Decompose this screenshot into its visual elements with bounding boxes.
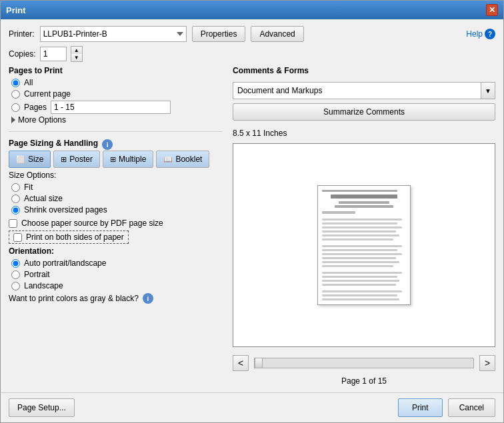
bottom-right-buttons: Print Cancel (398, 398, 495, 417)
radio-fit-label: Fit (24, 183, 33, 192)
radio-shrink[interactable]: Shrink oversized pages (11, 205, 222, 214)
prev-page-button[interactable]: < (233, 355, 249, 371)
preview-body18 (322, 294, 397, 296)
page-setup-button[interactable]: Page Setup... (9, 398, 75, 417)
preview-body13 (322, 272, 402, 274)
copies-spinner: ▲ ▼ (71, 46, 83, 62)
choose-paper-checkbox[interactable] (9, 219, 17, 228)
sizing-header: Page Sizing & Handling i (9, 139, 222, 151)
radio-pages-label: Pages (24, 103, 47, 112)
print-dialog: Print ✕ Printer: LLPUB1-Printer-B Proper… (0, 0, 504, 423)
spin-down[interactable]: ▼ (71, 54, 82, 61)
radio-shrink-label: Shrink oversized pages (24, 205, 107, 214)
printer-select[interactable]: LLPUB1-Printer-B (40, 26, 187, 42)
both-sides-label: Print on both sides of paper (26, 232, 124, 242)
radio-portrait-label: Portrait (24, 270, 50, 279)
radio-auto-label: Auto portrait/landscape (24, 258, 106, 268)
sizing-tabs: ⬜ Size ⊞ Poster ⊞ Multiple 📖 (9, 151, 222, 168)
radio-current-label: Current page (24, 89, 71, 99)
radio-landscape[interactable]: Landscape (11, 281, 222, 290)
preview-body17 (322, 290, 402, 292)
choose-paper-source[interactable]: Choose paper source by PDF page size (9, 218, 222, 228)
spin-up[interactable]: ▲ (71, 47, 82, 54)
copies-input[interactable] (40, 47, 67, 61)
dropdown-arrow[interactable]: ▼ (481, 82, 495, 99)
preview-line-short (322, 211, 355, 214)
size-tab-icon: ⬜ (16, 155, 25, 164)
preview-body19 (322, 298, 399, 300)
radio-auto[interactable]: Auto portrait/landscape (11, 258, 222, 268)
preview-box (233, 143, 495, 347)
print-both-sides[interactable]: Print on both sides of paper (9, 230, 222, 244)
preview-body1 (322, 218, 402, 220)
page-slider[interactable] (254, 358, 474, 368)
comments-forms-title: Comments & Forms (233, 66, 495, 75)
pages-range-input[interactable] (51, 101, 171, 114)
page-size-label: 8.5 x 11 Inches (233, 129, 495, 138)
tab-multiple[interactable]: ⊞ Multiple (103, 151, 153, 168)
dashed-checkbox-box: Print on both sides of paper (9, 230, 129, 244)
radio-actual[interactable]: Actual size (11, 194, 222, 203)
pages-section-title: Pages to Print (9, 66, 222, 75)
radio-landscape-label: Landscape (24, 281, 63, 290)
radio-current[interactable]: Current page (11, 89, 222, 99)
tab-multiple-label: Multiple (119, 155, 146, 164)
preview-body15 (322, 280, 399, 282)
next-page-button[interactable]: > (479, 355, 495, 371)
want-print-row: Want to print colors as gray & black? i (9, 293, 222, 304)
cancel-button[interactable]: Cancel (448, 398, 495, 417)
preview-footer (351, 304, 377, 305)
tab-size-label: Size (28, 155, 43, 164)
radio-all-label: All (24, 78, 33, 87)
section-divider-1 (9, 131, 222, 132)
help-icon: ? (485, 29, 495, 39)
close-button[interactable]: ✕ (486, 4, 498, 16)
page-sizing-section: Page Sizing & Handling i ⬜ Size ⊞ Poster (9, 139, 222, 304)
properties-button[interactable]: Properties (192, 26, 246, 42)
preview-body9 (322, 253, 402, 255)
help-link[interactable]: Help ? (466, 29, 495, 39)
preview-body8 (322, 249, 397, 251)
more-options-toggle[interactable]: More Options (9, 115, 222, 125)
preview-subtitle (339, 201, 389, 204)
both-sides-checkbox[interactable] (13, 233, 22, 242)
want-info-icon[interactable]: i (143, 293, 153, 304)
tab-poster[interactable]: ⊞ Poster (53, 151, 100, 168)
preview-body4 (322, 230, 396, 232)
preview-body10 (322, 257, 396, 259)
orientation-section: Orientation: Auto portrait/landscape Por… (9, 246, 222, 290)
summarize-button[interactable]: Summarize Comments (233, 103, 495, 121)
preview-body2 (322, 222, 397, 224)
radio-portrait[interactable]: Portrait (11, 270, 222, 279)
preview-body16 (322, 284, 396, 286)
radio-fit[interactable]: Fit (11, 183, 222, 192)
pages-to-print-section: Pages to Print All Current page Pages (9, 66, 222, 125)
preview-body3 (322, 226, 402, 228)
booklet-tab-icon: 📖 (163, 155, 173, 164)
preview-body11 (322, 261, 399, 263)
page-indicator: Page 1 of 15 (233, 376, 495, 386)
comments-dropdown[interactable]: Document and Markups Document Form Field… (233, 82, 481, 99)
size-options-group: Fit Actual size Shrink oversized pages (9, 183, 222, 214)
preview-body6 (322, 238, 393, 240)
tab-size[interactable]: ⬜ Size (9, 151, 51, 168)
preview-body12 (322, 265, 393, 267)
bottom-bar: Page Setup... Print Cancel (1, 392, 503, 422)
choose-paper-label: Choose paper source by PDF page size (21, 218, 163, 228)
pages-radio-group: All Current page Pages (9, 78, 222, 114)
preview-body14 (322, 276, 397, 278)
print-button[interactable]: Print (398, 398, 443, 417)
multiple-tab-icon: ⊞ (110, 155, 116, 164)
radio-all[interactable]: All (11, 78, 222, 87)
navigation-row: < > (233, 355, 495, 371)
comments-dropdown-row: Document and Markups Document Form Field… (233, 82, 495, 99)
orientation-group: Auto portrait/landscape Portrait Landsca… (9, 258, 222, 290)
preview-body5 (322, 234, 399, 236)
tab-booklet[interactable]: 📖 Booklet (156, 151, 209, 168)
preview-page (317, 185, 411, 305)
sizing-info-icon[interactable]: i (102, 139, 113, 150)
radio-pages[interactable]: Pages (11, 101, 222, 114)
size-options-label: Size Options: (9, 171, 222, 180)
window-title: Print (6, 5, 26, 15)
advanced-button[interactable]: Advanced (251, 26, 303, 42)
